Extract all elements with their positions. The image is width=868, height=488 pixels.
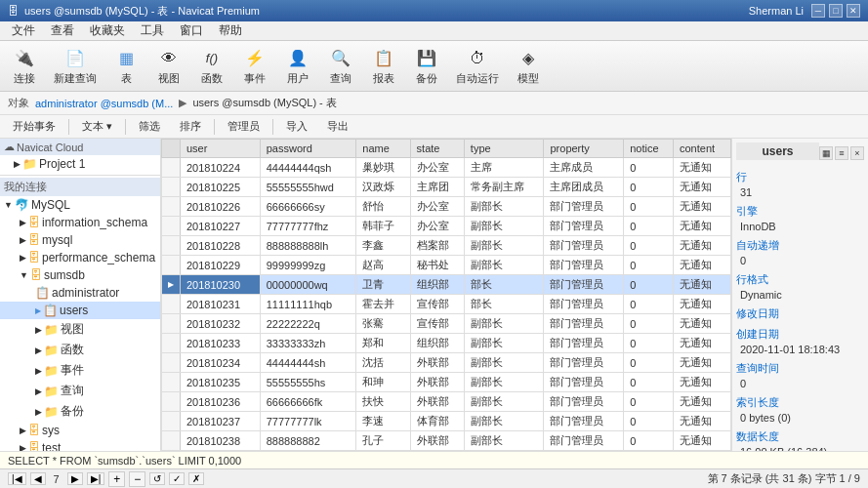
table-row[interactable]: 20181023444444444sh沈括外联部副部长部门管理员0无通知 <box>162 353 731 373</box>
col-header-state[interactable]: state <box>410 140 464 158</box>
cell-name[interactable]: 和珅 <box>356 373 410 392</box>
cell-state[interactable]: 体育部 <box>410 412 464 431</box>
cell-type[interactable]: 副部长 <box>464 451 544 452</box>
cell-password[interactable]: 888888882 <box>260 431 356 451</box>
administrator-item[interactable]: 📋 administrator <box>0 284 160 302</box>
cell-password[interactable]: 99999999mz <box>260 451 356 452</box>
cell-user[interactable]: 201810229 <box>181 256 261 275</box>
cell-property[interactable]: 部门管理员 <box>544 373 624 392</box>
cell-password[interactable]: 44444444qsh <box>260 158 356 178</box>
col-header-user[interactable]: user <box>181 140 261 158</box>
cell-name[interactable]: 卫青 <box>356 275 410 295</box>
cell-user[interactable]: 201810237 <box>181 412 261 431</box>
table-row[interactable]: 20181023222222222q张騫宣传部副部长部门管理员0无通知 <box>162 314 731 334</box>
cell-name[interactable]: 孟子 <box>356 451 410 452</box>
cell-password[interactable]: 66666666fk <box>260 392 356 412</box>
menu-favorites[interactable]: 收藏夹 <box>82 20 133 41</box>
cell-user[interactable]: 201810236 <box>181 392 261 412</box>
cell-password[interactable]: 22222222q <box>260 314 356 334</box>
cell-type[interactable]: 部长 <box>464 295 544 314</box>
cell-content[interactable]: 无通知 <box>674 334 731 353</box>
cell-state[interactable]: 外联部 <box>410 431 464 451</box>
cell-name[interactable]: 汉政烁 <box>356 178 410 197</box>
cell-user[interactable]: 201810225 <box>181 178 261 197</box>
cell-property[interactable]: 部门管理员 <box>544 412 624 431</box>
events-folder[interactable]: ▶ 📁 事件 <box>0 360 160 381</box>
menu-help[interactable]: 帮助 <box>211 20 250 41</box>
cell-password[interactable]: 11111111hqb <box>260 295 356 314</box>
table-container[interactable]: user password name state type property n… <box>161 139 731 451</box>
engine-label[interactable]: 引擎 <box>736 204 864 219</box>
cell-type[interactable]: 副部长 <box>464 392 544 412</box>
cell-content[interactable]: 无通知 <box>674 256 731 275</box>
table-row[interactable]: 20181023111111111hqb霍去并宣传部部长部门管理员0无通知 <box>162 295 731 314</box>
cell-user[interactable]: 201810230 <box>181 275 261 295</box>
cell-type[interactable]: 副部长 <box>464 197 544 217</box>
cell-notice[interactable]: 0 <box>624 431 674 451</box>
cell-user[interactable]: 201810235 <box>181 373 261 392</box>
cell-name[interactable]: 赵高 <box>356 256 410 275</box>
cell-notice[interactable]: 0 <box>624 373 674 392</box>
cell-user[interactable]: 201810239 <box>181 451 261 452</box>
cell-content[interactable]: 无通知 <box>674 197 731 217</box>
cell-name[interactable]: 扶快 <box>356 392 410 412</box>
cell-user[interactable]: 201810227 <box>181 217 261 236</box>
toolbar-view[interactable]: 👁 视图 <box>148 43 189 90</box>
cell-content[interactable]: 无通知 <box>674 178 731 197</box>
cell-content[interactable]: 无通知 <box>674 373 731 392</box>
toolbar-query[interactable]: 🔍 查询 <box>320 43 361 90</box>
cell-type[interactable]: 副部长 <box>464 236 544 256</box>
cell-content[interactable]: 无通知 <box>674 392 731 412</box>
toolbar-connect[interactable]: 🔌 连接 <box>4 43 45 90</box>
cell-password[interactable]: 99999999zg <box>260 256 356 275</box>
cell-user[interactable]: 201810233 <box>181 334 261 353</box>
cell-name[interactable]: 李鑫 <box>356 236 410 256</box>
btn-sort[interactable]: 排序 <box>171 116 210 137</box>
cell-password[interactable]: 55555555hs <box>260 373 356 392</box>
cell-type[interactable]: 常务副主席 <box>464 178 544 197</box>
cell-password[interactable]: 55555555hwd <box>260 178 356 197</box>
cell-property[interactable]: 部门管理员 <box>544 236 624 256</box>
query-time-label[interactable]: 查询时间 <box>736 361 864 376</box>
cell-state[interactable]: 办公室 <box>410 158 464 178</box>
rows-label[interactable]: 行 <box>736 170 864 184</box>
cell-property[interactable]: 部门管理员 <box>544 431 624 451</box>
cell-password[interactable]: 66666666sy <box>260 197 356 217</box>
cell-notice[interactable]: 0 <box>624 392 674 412</box>
nav-next-button[interactable]: ▶ <box>67 472 83 485</box>
views-folder[interactable]: ▶ 📁 视图 <box>0 319 160 340</box>
btn-begin-transaction[interactable]: 开始事务 <box>4 116 64 137</box>
cell-content[interactable]: 无通知 <box>674 314 731 334</box>
cell-user[interactable]: 201810231 <box>181 295 261 314</box>
col-header-password[interactable]: password <box>260 140 356 158</box>
nav-commit-button[interactable]: ✓ <box>169 472 185 485</box>
cell-user[interactable]: 201810234 <box>181 353 261 373</box>
window-controls[interactable]: ─ □ ✕ <box>811 4 860 18</box>
cell-content[interactable]: 无通知 <box>674 295 731 314</box>
cell-type[interactable]: 副部长 <box>464 353 544 373</box>
nav-rollback-button[interactable]: ✗ <box>188 472 204 485</box>
cell-notice[interactable]: 0 <box>624 236 674 256</box>
mysql-db-item[interactable]: ▶ 🗄 mysql <box>0 231 160 249</box>
menu-edit[interactable]: 查看 <box>43 20 82 41</box>
cell-name[interactable]: 韩菲子 <box>356 217 410 236</box>
btn-text[interactable]: 文本 ▾ <box>73 116 121 137</box>
cell-notice[interactable]: 0 <box>624 256 674 275</box>
table-row[interactable]: 20181023666666666fk扶快外联部副部长部门管理员0无通知 <box>162 392 731 412</box>
col-header-name[interactable]: name <box>356 140 410 158</box>
cell-state[interactable]: 宣传部 <box>410 295 464 314</box>
project1-item[interactable]: ▶ 📁 Project 1 <box>0 155 160 173</box>
cell-content[interactable]: 无通知 <box>674 236 731 256</box>
cell-notice[interactable]: 0 <box>624 217 674 236</box>
cell-state[interactable]: 办公室 <box>410 217 464 236</box>
functions-folder[interactable]: ▶ 📁 函数 <box>0 340 160 360</box>
col-header-property[interactable]: property <box>544 140 624 158</box>
panel-icon2[interactable]: ≡ <box>835 146 848 160</box>
index-len-label[interactable]: 索引长度 <box>736 395 864 410</box>
cell-state[interactable]: 主席团 <box>410 178 464 197</box>
cell-state[interactable]: 宣传部 <box>410 314 464 334</box>
cell-state[interactable]: 组织部 <box>410 334 464 353</box>
table-row[interactable]: 201810228888888888lh李鑫档案部副部长部门管理员0无通知 <box>162 236 731 256</box>
cell-content[interactable]: 无通知 <box>674 275 731 295</box>
navicat-cloud-header[interactable]: ☁ Navicat Cloud <box>0 139 160 155</box>
